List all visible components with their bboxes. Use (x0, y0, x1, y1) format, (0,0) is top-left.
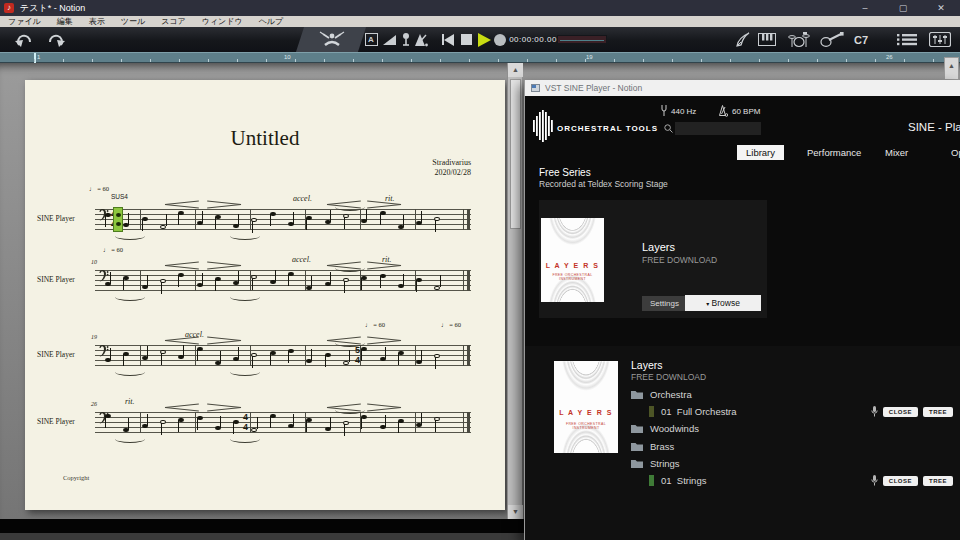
note[interactable] (142, 285, 148, 289)
close-mic-button[interactable]: CLOSE (883, 476, 918, 486)
note[interactable] (233, 224, 239, 228)
note[interactable] (215, 361, 221, 365)
tree-patch-strings[interactable]: 01 Strings CLOSE TREE (631, 473, 953, 488)
note[interactable] (380, 357, 386, 361)
tree-mic-button[interactable]: TREE (923, 476, 953, 486)
menu-help[interactable]: ヘルプ (251, 16, 292, 27)
menu-file[interactable]: ファイル (0, 16, 49, 27)
note[interactable] (325, 427, 331, 431)
minimize-button[interactable]: – (846, 0, 884, 16)
note[interactable] (105, 282, 111, 286)
virtual-fretboard-button[interactable] (819, 27, 845, 52)
dynamics-tool-button[interactable] (382, 27, 397, 52)
note[interactable] (325, 353, 331, 357)
note[interactable] (288, 424, 294, 428)
note[interactable] (197, 347, 203, 351)
plugin-titlebar[interactable]: VST SINE Player - Notion (525, 80, 960, 96)
redo-button[interactable] (46, 32, 66, 48)
search-input[interactable] (675, 122, 761, 135)
staff-system-1[interactable]: SINE Player 44 ♩ = 60 SUS4 accel. rit. (25, 209, 505, 230)
browse-button[interactable]: ▾ Browse (685, 295, 761, 311)
audition-mic-icon[interactable] (871, 406, 878, 417)
note[interactable] (288, 222, 294, 226)
note[interactable] (251, 275, 257, 279)
tuning-control[interactable]: 440 Hz (661, 105, 696, 117)
record-button[interactable] (493, 27, 507, 52)
note[interactable] (416, 221, 422, 225)
window-titlebar[interactable]: ♪ テスト* - Notion – ▢ ✕ (0, 0, 960, 16)
note[interactable] (197, 416, 203, 420)
tree-patch-full-orchestra[interactable]: 01 Full Orchestra CLOSE TREE (631, 404, 953, 419)
note[interactable] (361, 347, 367, 351)
note[interactable] (343, 361, 349, 365)
undo-button[interactable] (14, 32, 34, 48)
stop-button[interactable] (459, 27, 473, 52)
note[interactable] (434, 417, 440, 421)
note[interactable] (380, 211, 386, 215)
virtual-drumpad-button[interactable] (787, 27, 811, 52)
note[interactable] (434, 217, 440, 221)
mic-tool-button[interactable] (399, 27, 412, 52)
close-button[interactable]: ✕ (922, 0, 960, 16)
chord-library-button[interactable]: C7 (850, 27, 872, 52)
note[interactable] (398, 351, 404, 355)
scroll-down-arrow[interactable]: ▼ (508, 505, 523, 519)
note[interactable] (306, 418, 312, 422)
note[interactable] (361, 276, 367, 280)
note[interactable] (178, 418, 184, 422)
note[interactable] (142, 424, 148, 428)
menu-view[interactable]: 表示 (81, 16, 113, 27)
tab-library[interactable]: Library (737, 145, 784, 160)
scroll-up-arrow[interactable]: ▲ (508, 63, 523, 77)
score-page[interactable]: Untitled Stradivarius 2020/02/28 SINE Pl… (25, 80, 505, 510)
tab-options[interactable]: Op (947, 145, 960, 160)
metronome-button[interactable] (414, 27, 429, 52)
note[interactable] (178, 273, 184, 277)
tree-folder-strings[interactable]: Strings (631, 456, 953, 471)
note[interactable] (123, 352, 129, 356)
note[interactable] (105, 358, 111, 362)
pen-tool-button[interactable] (733, 27, 753, 52)
note[interactable] (270, 414, 276, 418)
scrollbar-thumb[interactable] (510, 79, 521, 229)
note[interactable] (251, 353, 257, 357)
score-vertical-scrollbar[interactable]: ▲ ▼ (507, 63, 522, 519)
note[interactable] (178, 355, 184, 359)
note[interactable] (251, 218, 257, 222)
menu-edit[interactable]: 編集 (49, 16, 81, 27)
note[interactable] (398, 419, 404, 423)
staff-system-2[interactable]: SINE Player 10 ♩ = 60 accel. rit. (25, 270, 505, 291)
note[interactable] (270, 280, 276, 284)
note[interactable] (215, 215, 221, 219)
maximize-button[interactable]: ▢ (884, 0, 922, 16)
close-mic-button[interactable]: CLOSE (883, 407, 918, 417)
note[interactable] (325, 282, 331, 286)
score-list-menu-button[interactable] (895, 27, 919, 52)
play-button[interactable] (476, 27, 492, 52)
note[interactable] (325, 220, 331, 224)
note[interactable] (306, 359, 312, 363)
tree-folder-orchestra[interactable]: Orchestra (631, 387, 953, 402)
note[interactable] (361, 219, 367, 223)
note[interactable] (215, 277, 221, 281)
note[interactable] (398, 284, 404, 288)
note[interactable] (434, 286, 440, 290)
measure-ruler[interactable]: 1 10 19 26 (0, 52, 960, 63)
note[interactable] (343, 214, 349, 218)
note[interactable] (434, 354, 440, 358)
tree-folder-brass[interactable]: Brass (631, 439, 953, 454)
note[interactable] (251, 428, 257, 432)
note[interactable] (197, 283, 203, 287)
menu-window[interactable]: ウィンドウ (194, 16, 251, 27)
note[interactable] (361, 415, 367, 419)
rewind-button[interactable] (440, 27, 456, 52)
note[interactable] (233, 281, 239, 285)
note[interactable] (142, 356, 148, 360)
note[interactable] (123, 223, 129, 227)
note[interactable] (416, 423, 422, 427)
note[interactable] (343, 278, 349, 282)
note[interactable] (160, 225, 166, 229)
note[interactable] (398, 225, 404, 229)
menu-tools[interactable]: ツール (113, 16, 153, 27)
note[interactable] (233, 420, 239, 424)
